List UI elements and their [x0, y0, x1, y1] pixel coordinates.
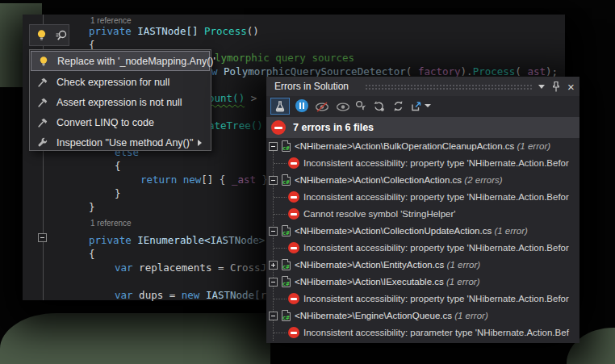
code-line: ateTree()	[208, 119, 263, 132]
file-row[interactable]: c# <NHibernate>\Action\EntityAction.cs (…	[266, 257, 579, 274]
menu-item-convert-linq[interactable]: Convert LINQ to code	[31, 112, 210, 132]
lightbulb-icon	[38, 56, 49, 67]
error-summary-row: 7 errors in 6 files	[266, 117, 579, 138]
code-line: {	[115, 160, 121, 172]
desktop-corner-bottom-left	[0, 313, 270, 364]
panel-toolbar	[266, 96, 579, 117]
menu-item-assert-not-null[interactable]: Assert expression is not null	[31, 92, 210, 112]
file-row[interactable]: c# <NHibernate>\Action\CollectionUpdateA…	[266, 223, 579, 240]
errors-in-solution-panel: Errors in Solution ×	[266, 77, 579, 343]
hammer-icon	[37, 97, 48, 108]
codelens-reference-count[interactable]: 1 reference	[90, 219, 132, 228]
code-line: var replacements = CrossJoin	[115, 261, 285, 274]
file-row[interactable]: c# <NHibernate>\Action\IExecutable.cs (1…	[266, 274, 579, 291]
submenu-arrow-icon	[198, 140, 202, 146]
error-row[interactable]: Inconsistent accessibility: parameter ty…	[266, 324, 579, 341]
hammer-icon	[37, 117, 48, 128]
no-entry-error-icon	[288, 191, 299, 203]
hide-eye-icon[interactable]	[315, 102, 330, 112]
no-entry-error-icon	[288, 208, 299, 220]
no-entry-error-icon	[288, 327, 299, 338]
collapse-box-icon[interactable]	[269, 278, 278, 287]
csharp-file-icon: c#	[282, 140, 291, 152]
export-dropdown-caret-icon[interactable]	[425, 104, 431, 107]
no-entry-error-icon	[271, 120, 286, 135]
menu-item-label: Inspection "Use method Any()"	[56, 137, 193, 149]
quickfix-menu: Replace with '_nodeMapping.Any()' Check …	[29, 49, 211, 151]
close-icon[interactable]: ×	[565, 80, 577, 93]
code-fold-toggle[interactable]	[38, 233, 47, 242]
no-entry-error-icon	[288, 157, 299, 169]
error-row[interactable]: Inconsistent accessibility: property typ…	[266, 155, 579, 172]
wrench-icon	[37, 137, 48, 149]
codelens-reference-count[interactable]: 1 reference	[90, 16, 132, 25]
csharp-file-icon: c#	[282, 276, 291, 287]
no-entry-error-icon	[288, 293, 299, 304]
code-line: w PolymorphicQuerySourceDetector(_factor…	[211, 65, 558, 77]
menu-item-replace-with-any[interactable]: Replace with '_nodeMapping.Any()'	[31, 51, 210, 71]
csharp-file-icon: c#	[282, 259, 291, 270]
menu-item-label: Replace with '_nodeMapping.Any()'	[57, 56, 215, 67]
eye-icon[interactable]	[336, 102, 350, 112]
code-line: }	[89, 201, 95, 213]
panel-title: Errors in Solution	[274, 81, 349, 92]
code-line: private IEnumerable<IASTNode>	[89, 234, 265, 246]
sync-dot-icon[interactable]	[373, 100, 385, 112]
menu-item-label: Convert LINQ to code	[56, 117, 154, 128]
window-position-caret-icon[interactable]	[536, 81, 547, 92]
no-entry-error-icon	[288, 242, 299, 253]
error-summary-text: 7 errors in 6 files	[293, 122, 374, 133]
code-line: }	[115, 187, 121, 199]
code-line: var dups = new IASTNode[re	[115, 289, 273, 301]
csharp-file-icon: c#	[282, 225, 291, 236]
file-row[interactable]: c# <NHibernate>\Action\BulkOperationClea…	[266, 138, 579, 155]
title-drag-texture	[365, 84, 533, 90]
quickfix-action-bar	[29, 24, 69, 46]
beaker-icon[interactable]	[270, 98, 290, 115]
code-line: private IASTNode[] Process()	[89, 25, 259, 37]
collapse-box-icon[interactable]	[269, 312, 278, 320]
pin-icon[interactable]	[550, 80, 562, 93]
error-row[interactable]: Inconsistent accessibility: property typ…	[266, 291, 579, 308]
lightbulb-icon[interactable]	[34, 27, 50, 44]
error-row[interactable]: Inconsistent accessibility: property typ…	[266, 189, 579, 206]
code-line-comment: lymorphic query sources	[215, 52, 354, 64]
menu-item-label: Assert expression is not null	[56, 97, 182, 108]
csharp-file-icon: c#	[282, 174, 291, 186]
collapse-box-icon[interactable]	[269, 176, 278, 185]
panel-title-bar[interactable]: Errors in Solution ×	[266, 77, 579, 96]
filter-icon[interactable]	[355, 100, 367, 112]
refresh-icon[interactable]	[392, 100, 404, 112]
collapse-box-icon[interactable]	[269, 227, 278, 236]
collapse-box-icon[interactable]	[269, 142, 278, 151]
show-all-actions-magnifier-icon[interactable]	[53, 27, 69, 44]
error-row[interactable]: Cannot resolve symbol 'StringHelper'	[266, 206, 579, 223]
file-row[interactable]: c# <NHibernate>\Action\CollectionAction.…	[266, 172, 579, 189]
hammer-icon	[37, 77, 48, 88]
menu-item-label: Check expression for null	[56, 77, 169, 88]
error-row[interactable]: Inconsistent accessibility: property typ…	[266, 240, 579, 257]
file-row[interactable]: c# <NHibernate>\Engine\ActionQueue.cs (1…	[266, 308, 579, 324]
csharp-file-icon: c#	[282, 310, 291, 321]
menu-item-check-null[interactable]: Check expression for null	[31, 72, 210, 92]
errors-tree[interactable]: c# <NHibernate>\Action\BulkOperationClea…	[266, 138, 579, 341]
pause-analysis-icon[interactable]	[295, 99, 308, 112]
code-line-inspected: ount() >	[208, 92, 257, 104]
code-line: return new[] { _ast };	[140, 174, 274, 186]
desktop: 1 reference private IASTNode[] Process()…	[0, 0, 615, 364]
expand-box-icon[interactable]	[269, 261, 278, 270]
export-icon[interactable]	[410, 100, 423, 112]
code-line: {	[89, 248, 95, 260]
menu-item-inspection-use-any[interactable]: Inspection "Use method Any()"	[31, 132, 210, 153]
